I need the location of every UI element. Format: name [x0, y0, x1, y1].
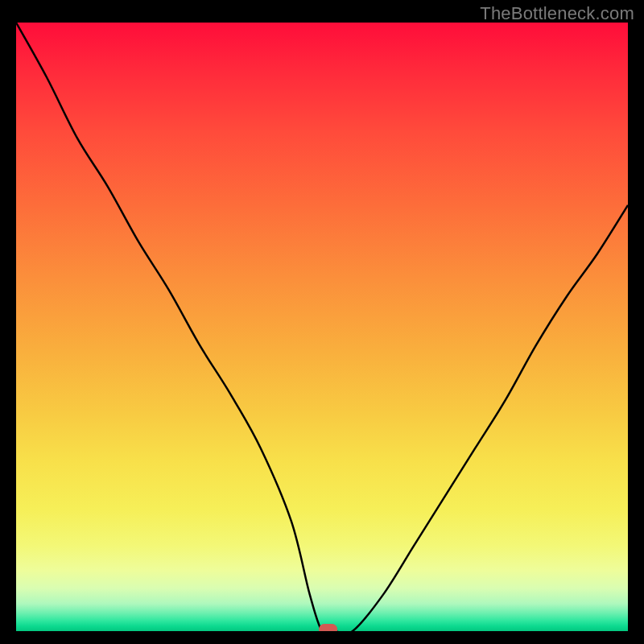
plot-area	[16, 23, 628, 631]
minimum-marker	[320, 625, 337, 632]
watermark-text: TheBottleneck.com	[480, 3, 634, 24]
curve-svg	[16, 23, 628, 631]
chart-frame: TheBottleneck.com	[0, 0, 644, 644]
bottleneck-curve	[16, 23, 628, 631]
